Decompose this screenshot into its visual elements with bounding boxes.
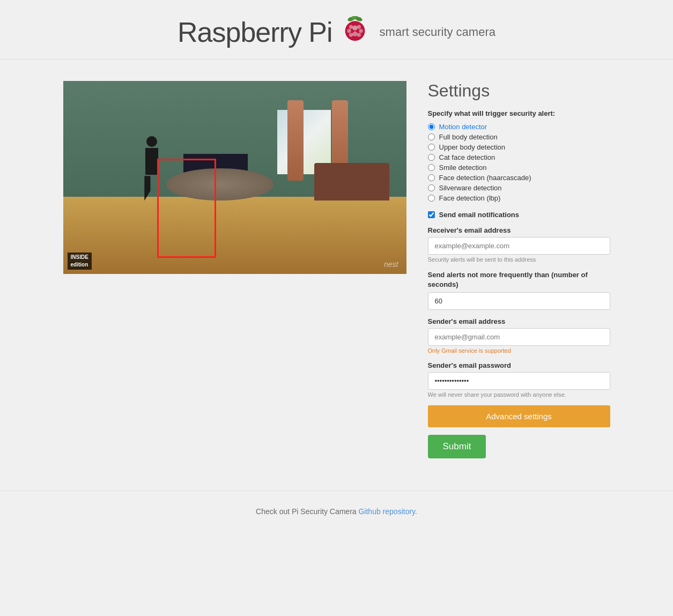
radio-facehaarcascade[interactable]: Face detection (haarcascade) xyxy=(428,174,610,182)
radio-upperbody[interactable]: Upper body detection xyxy=(428,143,610,151)
radio-facehaarcascade-label: Face detection (haarcascade) xyxy=(439,174,531,182)
radio-upperbody-label: Upper body detection xyxy=(439,143,506,151)
radio-facelbs[interactable]: Face detection (lbp) xyxy=(428,194,610,202)
page-footer: Check out Pi Security Camera Github repo… xyxy=(0,491,673,532)
svg-point-8 xyxy=(349,33,353,36)
svg-point-5 xyxy=(357,25,360,29)
sender-email-group: Sender's email address Only Gmail servic… xyxy=(428,317,610,354)
svg-point-4 xyxy=(349,25,353,29)
sender-email-label: Sender's email address xyxy=(428,317,610,325)
settings-title: Settings xyxy=(428,81,610,101)
sender-email-hint: Only Gmail service is supported xyxy=(428,347,610,354)
radio-facelbs-label: Face detection (lbp) xyxy=(439,194,501,202)
camera-scene: INSIDE edition nest xyxy=(63,81,406,274)
raspberry-pi-icon xyxy=(339,16,371,48)
receiver-email-input[interactable] xyxy=(428,237,610,255)
alert-frequency-label: Send alerts not more frequently than (nu… xyxy=(428,270,610,290)
alert-frequency-input[interactable] xyxy=(428,292,610,310)
sender-password-label: Sender's email password xyxy=(428,361,610,369)
page-title: Raspberry Pi xyxy=(178,16,332,48)
page-header: Raspberry Pi smart security camera xyxy=(0,0,673,60)
submit-button[interactable]: Submit xyxy=(428,435,486,458)
alert-frequency-group: Send alerts not more frequently than (nu… xyxy=(428,270,610,310)
svg-point-6 xyxy=(347,29,351,33)
email-notifications-checkbox-label[interactable]: Send email notifications xyxy=(428,211,610,219)
advanced-settings-button[interactable]: Advanced settings xyxy=(428,405,610,427)
radio-motion[interactable]: Motion detector xyxy=(428,123,610,131)
trigger-label: Specify what will trigger security alert… xyxy=(428,109,610,117)
radio-fullbody-label: Full body detection xyxy=(439,133,498,141)
radio-silverware-label: Silverware detection xyxy=(439,184,502,192)
detection-radio-group: Motion detector Full body detection Uppe… xyxy=(428,123,610,202)
camera-image: INSIDE edition nest xyxy=(63,81,406,274)
receiver-email-hint: Security alerts will be sent to this add… xyxy=(428,256,610,263)
radio-motion-label: Motion detector xyxy=(439,123,487,131)
receiver-email-label: Receiver's email address xyxy=(428,226,610,234)
settings-panel: Settings Specify what will trigger secur… xyxy=(428,81,610,458)
camera-feed: INSIDE edition nest xyxy=(63,81,406,274)
radio-smile-label: Smile detection xyxy=(439,164,487,172)
receiver-email-group: Receiver's email address Security alerts… xyxy=(428,226,610,263)
person-silhouette xyxy=(138,136,165,201)
svg-point-11 xyxy=(352,32,357,36)
radio-smile[interactable]: Smile detection xyxy=(428,164,610,172)
header-subtitle: smart security camera xyxy=(380,25,495,39)
radio-fullbody[interactable]: Full body detection xyxy=(428,133,610,141)
sender-email-input[interactable] xyxy=(428,328,610,346)
radio-catface[interactable]: Cat face detection xyxy=(428,153,610,161)
email-notifications-label: Send email notifications xyxy=(439,211,520,219)
sender-password-group: Sender's email password We will never sh… xyxy=(428,361,610,398)
main-content: INSIDE edition nest Settings Specify wha… xyxy=(42,81,632,458)
inside-edition-watermark: INSIDE edition xyxy=(68,253,92,270)
nest-watermark: nest xyxy=(384,260,398,269)
radio-silverware[interactable]: Silverware detection xyxy=(428,184,610,192)
radio-catface-label: Cat face detection xyxy=(439,153,495,161)
sender-password-input[interactable] xyxy=(428,372,610,390)
svg-point-10 xyxy=(352,26,357,31)
footer-text: Check out Pi Security Camera xyxy=(256,507,358,516)
email-notifications-checkbox[interactable] xyxy=(428,211,435,218)
svg-point-7 xyxy=(359,29,363,33)
github-link[interactable]: Github repository. xyxy=(358,507,417,516)
sender-password-hint: We will never share your password with a… xyxy=(428,391,610,398)
svg-point-9 xyxy=(357,33,360,36)
